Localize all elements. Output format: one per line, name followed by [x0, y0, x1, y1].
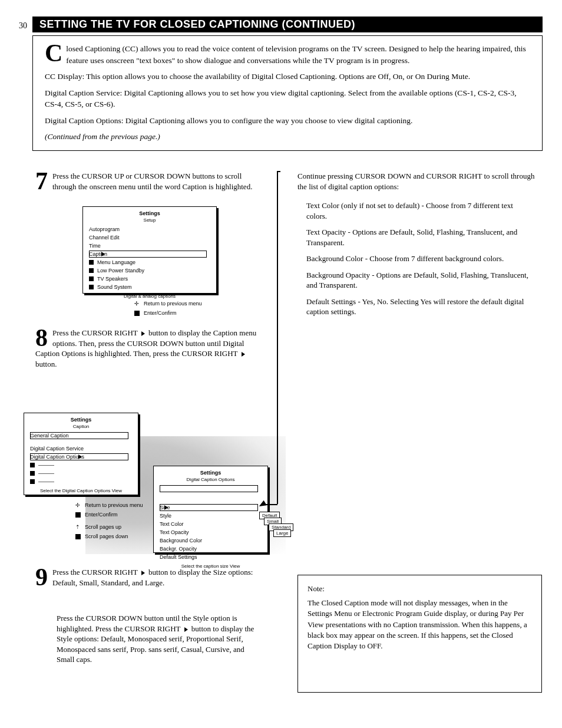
connector-line [0, 0, 562, 707]
arrowhead-icon [257, 500, 266, 509]
tab-large: Large [273, 529, 291, 537]
